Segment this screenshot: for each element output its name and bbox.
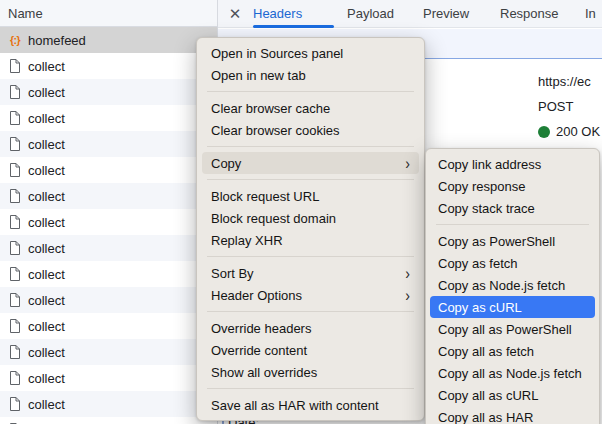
document-icon (7, 293, 23, 307)
request-row-homefeed[interactable]: {:} homefeed (0, 27, 217, 53)
submenu-chevron-icon: › (405, 287, 410, 303)
menu-item-block-request-url[interactable]: Block request URL (202, 185, 419, 207)
menu-item-open-in-sources[interactable]: Open in Sources panel (202, 42, 419, 64)
menu-item-sort-by[interactable]: Sort By › (202, 262, 419, 284)
menu-item-open-in-new-tab[interactable]: Open in new tab (202, 64, 419, 86)
menu-item-copy-all-as-curl[interactable]: Copy all as cURL (430, 384, 595, 406)
request-name: collect (28, 163, 65, 178)
menu-item-header-options[interactable]: Header Options › (202, 284, 419, 306)
request-row[interactable]: collect (0, 157, 217, 183)
document-icon (7, 59, 23, 73)
document-icon (7, 85, 23, 99)
menu-item-copy-as-nodejs-fetch[interactable]: Copy as Node.js fetch (430, 274, 595, 296)
menu-item-copy-as-curl[interactable]: Copy as cURL (430, 296, 595, 318)
menu-item-clear-browser-cookies[interactable]: Clear browser cookies (202, 119, 419, 141)
network-request-list: Name {:} homefeed collect collect collec… (0, 0, 218, 424)
menu-item-copy-stack-trace[interactable]: Copy stack trace (430, 197, 595, 219)
request-row[interactable]: collect (0, 79, 217, 105)
menu-separator (436, 224, 589, 225)
document-icon (7, 163, 23, 177)
request-row[interactable]: collect (0, 105, 217, 131)
menu-item-copy-all-as-fetch[interactable]: Copy all as fetch (430, 340, 595, 362)
tab-response[interactable]: Response (500, 6, 559, 21)
menu-item-block-request-domain[interactable]: Block request domain (202, 207, 419, 229)
menu-item-copy-all-as-har[interactable]: Copy all as HAR (430, 406, 595, 424)
active-tab-underline (253, 25, 334, 28)
menu-item-save-all-as-har[interactable]: Save all as HAR with content (202, 394, 419, 416)
status-ok-dot-icon (538, 126, 550, 138)
request-name: collect (28, 241, 65, 256)
request-url-value: https://ec (538, 69, 602, 94)
devtools-network-screen: Name {:} homefeed collect collect collec… (0, 0, 602, 424)
menu-item-override-headers[interactable]: Override headers (202, 317, 419, 339)
request-row[interactable]: collect (0, 287, 217, 313)
menu-item-show-all-overrides[interactable]: Show all overrides (202, 361, 419, 383)
menu-item-copy-all-as-powershell[interactable]: Copy all as PowerShell (430, 318, 595, 340)
request-name: collect (28, 319, 65, 334)
request-row[interactable]: collect (0, 183, 217, 209)
name-column-label: Name (8, 6, 43, 21)
request-row[interactable]: collect (0, 235, 217, 261)
menu-item-clear-browser-cache[interactable]: Clear browser cache (202, 97, 419, 119)
close-icon[interactable]: ✕ (224, 4, 246, 24)
menu-separator (207, 311, 414, 312)
menu-item-copy-link-address[interactable]: Copy link address (430, 153, 595, 175)
request-row[interactable]: collect (0, 339, 217, 365)
menu-separator (207, 388, 414, 389)
document-icon (7, 345, 23, 359)
request-row[interactable]: collect (0, 131, 217, 157)
details-tabbar: ✕ Headers Payload Preview Response In (218, 0, 602, 28)
request-name: collect (28, 371, 65, 386)
menu-item-copy[interactable]: Copy › (202, 152, 419, 174)
request-row[interactable]: collect (0, 53, 217, 79)
document-icon (7, 319, 23, 333)
menu-separator (207, 91, 414, 92)
tab-preview[interactable]: Preview (423, 6, 469, 21)
request-name: collect (28, 293, 65, 308)
request-name: collect (28, 345, 65, 360)
request-row[interactable]: collect (0, 313, 217, 339)
document-icon (7, 137, 23, 151)
request-row[interactable]: collect (0, 365, 217, 391)
menu-item-copy-as-fetch[interactable]: Copy as fetch (430, 252, 595, 274)
request-row[interactable]: collect (0, 417, 217, 424)
request-name: collect (28, 397, 65, 412)
tab-headers[interactable]: Headers (253, 6, 302, 21)
name-column-header[interactable]: Name (0, 0, 217, 27)
request-name: homefeed (28, 33, 86, 48)
document-icon (7, 267, 23, 281)
status-code-value: 200 OK (538, 119, 602, 144)
request-name: collect (28, 189, 65, 204)
document-icon (7, 397, 23, 411)
tab-initiator[interactable]: In (585, 6, 596, 21)
request-name: collect (28, 267, 65, 282)
menu-item-copy-all-as-nodejs-fetch[interactable]: Copy all as Node.js fetch (430, 362, 595, 384)
copy-submenu: Copy link address Copy response Copy sta… (425, 148, 600, 424)
request-name: collect (28, 59, 65, 74)
request-name: collect (28, 137, 65, 152)
request-name: collect (28, 111, 65, 126)
menu-separator (207, 256, 414, 257)
request-name: collect (28, 85, 65, 100)
tab-payload[interactable]: Payload (347, 6, 394, 21)
document-icon (7, 215, 23, 229)
document-icon (7, 111, 23, 125)
request-row[interactable]: collect (0, 261, 217, 287)
request-row[interactable]: collect (0, 209, 217, 235)
submenu-chevron-icon: › (405, 155, 410, 171)
menu-item-override-content[interactable]: Override content (202, 339, 419, 361)
menu-separator (207, 179, 414, 180)
document-icon (7, 189, 23, 203)
document-icon (7, 241, 23, 255)
request-method-value: POST (538, 94, 602, 119)
menu-item-copy-response[interactable]: Copy response (430, 175, 595, 197)
submenu-chevron-icon: › (405, 265, 410, 281)
request-name: collect (28, 215, 65, 230)
menu-item-copy-as-powershell[interactable]: Copy as PowerShell (430, 230, 595, 252)
menu-separator (207, 146, 414, 147)
general-section-values: https://ec POST 200 OK (538, 69, 602, 144)
menu-item-replay-xhr[interactable]: Replay XHR (202, 229, 419, 251)
document-icon (7, 371, 23, 385)
request-row[interactable]: collect (0, 391, 217, 417)
json-request-icon: {:} (7, 34, 23, 46)
